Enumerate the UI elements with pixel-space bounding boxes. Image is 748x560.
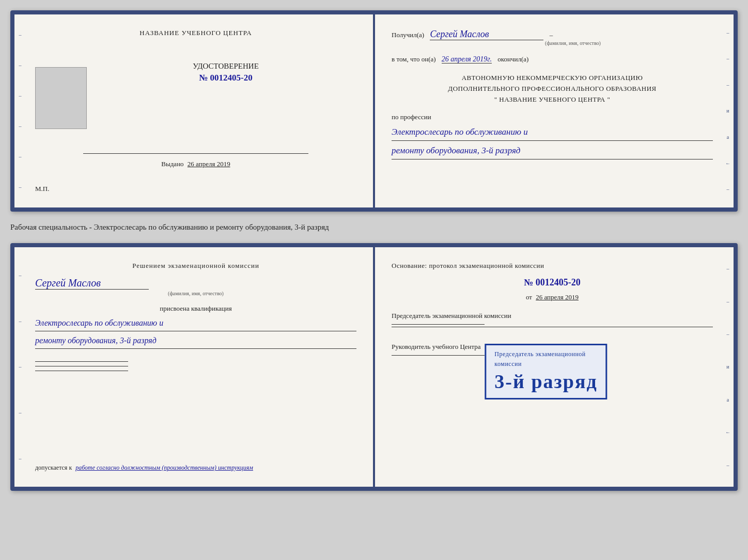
profession-line1: Электрослесарь по обслуживанию и <box>392 124 713 141</box>
dopuskaetsya-line: допускается к работе согласно должностны… <box>35 463 356 472</box>
commission-name-block: Сергей Маслов (фамилия, имя, отчество) <box>35 277 356 296</box>
vydano-line: Выдано 26 апреля 2019 <box>35 160 356 168</box>
doc1-right-panel: Получил(а) Сергей Маслов – (фамилия, имя… <box>373 14 734 207</box>
doc2-right-panel: Основание: протокол экзаменационной коми… <box>373 247 734 487</box>
bottom-left-decoration: – – – – – <box>15 247 25 487</box>
profession-label: по профессии <box>392 113 713 121</box>
ot-date-line: от 26 апреля 2019 <box>392 293 713 301</box>
mp-label: М.П. <box>35 185 49 193</box>
protocol-number: № 0012405-20 <box>392 277 713 288</box>
udost-title: УДОСТОВЕРЕНИЕ <box>95 62 356 71</box>
photo-placeholder <box>35 67 87 129</box>
qual-line2: ремонту оборудования, 3-й разряд <box>35 333 356 349</box>
commission-name: Сергей Маслов <box>35 277 149 290</box>
top-certificate: – – – – – – НАЗВАНИЕ УЧЕБНОГО ЦЕНТРА УДО… <box>10 10 738 212</box>
right-decoration: – – – и а ← – <box>723 14 733 207</box>
prisvoena-label: присвоена квалификация <box>35 305 356 313</box>
org-block: АВТОНОМНУЮ НЕКОММЕРЧЕСКУЮ ОРГАНИЗАЦИЮ ДО… <box>392 73 713 105</box>
dopusk-text: работе согласно должностным (производств… <box>75 464 253 471</box>
bottom-certificate: – – – – – Решением экзаменационной комис… <box>10 243 738 491</box>
doc2-left-panel: Решением экзаменационной комиссии Сергей… <box>14 247 373 487</box>
udost-number: № 0012405-20 <box>95 73 356 83</box>
commission-title: Решением экзаменационной комиссии <box>35 262 356 270</box>
vtom-line: в том, что он(а) 26 апреля 2019г. окончи… <box>392 55 713 63</box>
stamp-line1: Председатель экзаменационной <box>494 350 597 358</box>
page-wrapper: – – – – – – НАЗВАНИЕ УЧЕБНОГО ЦЕНТРА УДО… <box>10 10 738 491</box>
between-label: Рабочая специальность - Электрослесарь п… <box>10 221 738 234</box>
predsedatel-label: Председатель экзаменационной комиссии <box>392 312 713 327</box>
doc1-left-panel: НАЗВАНИЕ УЧЕБНОГО ЦЕНТРА УДОСТОВЕРЕНИЕ №… <box>14 14 373 207</box>
profession-line2: ремонту оборудования, 3-й разряд <box>392 143 713 159</box>
bottom-right-decoration: – – – и а ← – <box>723 247 733 487</box>
recipient-name: Сергей Маслов <box>430 29 543 40</box>
received-line: Получил(а) Сергей Маслов – (фамилия, имя… <box>392 29 713 46</box>
osnovanie-label: Основание: протокол экзаменационной коми… <box>392 262 713 270</box>
stamp: Председатель экзаменационной комиссии 3-… <box>485 344 607 399</box>
doc1-school-name: НАЗВАНИЕ УЧЕБНОГО ЦЕНТРА <box>35 29 356 37</box>
stamp-line2: комиссии <box>494 360 597 368</box>
qual-line1: Электрослесарь по обслуживанию и <box>35 316 356 331</box>
stamp-main-text: 3-й разряд <box>494 370 597 393</box>
